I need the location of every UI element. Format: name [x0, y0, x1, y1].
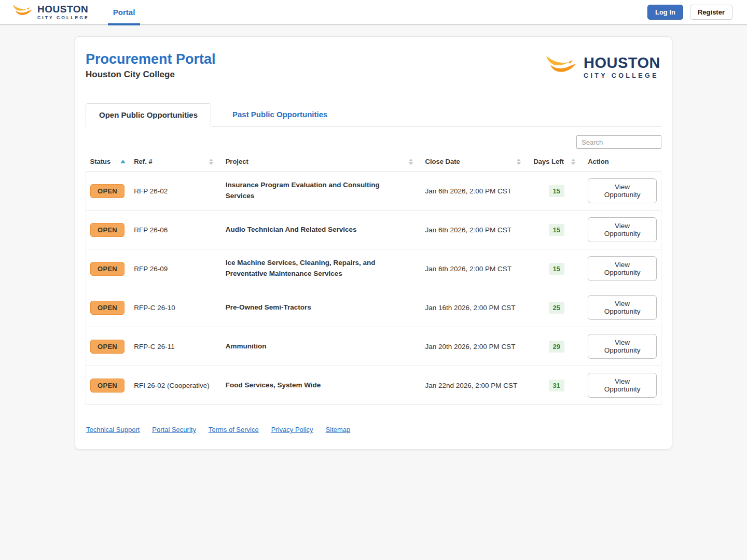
- ref-number: RFP 26-09: [130, 249, 221, 288]
- navbar-actions: Log In Register: [647, 5, 732, 20]
- column-header-days-left[interactable]: Days Left: [529, 153, 584, 172]
- status-badge: OPEN: [90, 184, 125, 198]
- ref-number: RFI 26-02 (Cooperative): [130, 366, 221, 405]
- link-technical-support[interactable]: Technical Support: [86, 426, 140, 433]
- table-header-row: Status Ref. # Project: [86, 153, 661, 172]
- brand-subname: CITY COLLEGE: [37, 16, 89, 20]
- brand-subname: CITY COLLEGE: [584, 73, 660, 79]
- close-date: Jan 22nd 2026, 2:00 PM CST: [421, 366, 530, 405]
- ref-number: RFP-C 26-10: [130, 288, 221, 327]
- table-row: OPEN RFP 26-02 Insurance Program Evaluat…: [86, 172, 661, 211]
- days-left-badge: 15: [549, 263, 564, 275]
- opportunities-table: Status Ref. # Project: [86, 153, 661, 405]
- brand-wordmark: HOUSTON CITY COLLEGE: [37, 4, 89, 20]
- close-date: Jan 6th 2026, 2:00 PM CST: [421, 172, 530, 211]
- page-subtitle: Houston City College: [86, 69, 216, 80]
- brand-name: HOUSTON: [37, 4, 89, 14]
- view-opportunity-button[interactable]: View Opportunity: [588, 373, 657, 398]
- nav-item-portal[interactable]: Portal: [108, 0, 141, 25]
- brand-wordmark: HOUSTON CITY COLLEGE: [584, 55, 660, 79]
- close-date: Jan 20th 2026, 2:00 PM CST: [421, 327, 530, 366]
- view-opportunity-button[interactable]: View Opportunity: [588, 256, 657, 281]
- procurement-portal-card: Procurement Portal Houston City College …: [75, 36, 672, 450]
- footer-links: Technical Support Portal Security Terms …: [86, 426, 661, 433]
- close-date: Jan 6th 2026, 2:00 PM CST: [421, 211, 530, 249]
- view-opportunity-button[interactable]: View Opportunity: [588, 217, 657, 242]
- table-row: OPEN RFI 26-02 (Cooperative) Food Servic…: [86, 366, 661, 405]
- column-header-status[interactable]: Status: [86, 153, 130, 172]
- project-name: Insurance Program Evaluation and Consult…: [222, 172, 421, 211]
- view-opportunity-button[interactable]: View Opportunity: [588, 295, 657, 320]
- search-row: [86, 135, 661, 149]
- login-button[interactable]: Log In: [647, 5, 683, 20]
- days-left-badge: 31: [549, 380, 564, 391]
- column-header-ref[interactable]: Ref. #: [130, 153, 221, 172]
- tab-open-public-opportunities[interactable]: Open Public Opportunities: [86, 103, 211, 127]
- tab-past-public-opportunities[interactable]: Past Public Opportunities: [219, 103, 340, 126]
- active-nav-indicator: [108, 23, 141, 25]
- days-left-badge: 25: [549, 302, 564, 314]
- card-header: Procurement Portal Houston City College …: [86, 45, 661, 80]
- close-date: Jan 6th 2026, 2:00 PM CST: [421, 249, 530, 288]
- column-label: Days Left: [533, 158, 564, 165]
- project-name: Audio Technician And Related Services: [222, 211, 421, 249]
- column-header-action: Action: [584, 153, 661, 172]
- eagle-icon: [546, 54, 578, 80]
- ref-number: RFP 26-06: [130, 211, 221, 249]
- link-portal-security[interactable]: Portal Security: [152, 426, 196, 433]
- page-title: Procurement Portal: [86, 51, 216, 67]
- navbar-brand[interactable]: HOUSTON CITY COLLEGE: [12, 4, 89, 21]
- table-row: OPEN RFP 26-09 Ice Machine Services, Cle…: [86, 249, 661, 288]
- brand-name: HOUSTON: [584, 55, 660, 71]
- link-sitemap[interactable]: Sitemap: [326, 426, 351, 433]
- status-badge: OPEN: [90, 223, 125, 237]
- sort-ascending-icon: [120, 160, 126, 163]
- table-row: OPEN RFP 26-06 Audio Technician And Rela…: [86, 211, 661, 249]
- table-row: OPEN RFP-C 26-10 Pre-Owned Semi-Tractors…: [86, 288, 661, 327]
- column-label: Action: [588, 158, 608, 165]
- sort-icon: [517, 159, 521, 165]
- sort-icon: [209, 159, 213, 165]
- table-row: OPEN RFP-C 26-11 Ammunition Jan 20th 202…: [86, 327, 661, 366]
- status-badge: OPEN: [90, 379, 125, 393]
- opportunity-tabs: Open Public Opportunities Past Public Op…: [86, 103, 661, 127]
- project-name: Food Services, System Wide: [222, 366, 421, 405]
- register-button[interactable]: Register: [690, 5, 732, 20]
- view-opportunity-button[interactable]: View Opportunity: [588, 178, 657, 203]
- project-name: Ammunition: [222, 327, 421, 366]
- nav-portal-label: Portal: [113, 8, 135, 17]
- days-left-badge: 29: [549, 341, 564, 353]
- status-badge: OPEN: [90, 262, 125, 276]
- status-badge: OPEN: [90, 340, 125, 354]
- column-label: Status: [90, 158, 111, 165]
- column-label: Ref. #: [134, 158, 152, 165]
- column-label: Close Date: [425, 158, 460, 165]
- link-privacy-policy[interactable]: Privacy Policy: [271, 426, 313, 433]
- search-input[interactable]: [576, 135, 661, 149]
- column-label: Project: [226, 158, 248, 165]
- status-badge: OPEN: [90, 301, 125, 315]
- column-header-close-date[interactable]: Close Date: [421, 153, 530, 172]
- top-navbar: HOUSTON CITY COLLEGE Portal Log In Regis…: [0, 0, 747, 25]
- project-name: Ice Machine Services, Cleaning, Repairs,…: [222, 249, 421, 288]
- days-left-badge: 15: [549, 185, 564, 197]
- column-header-project[interactable]: Project: [222, 153, 421, 172]
- close-date: Jan 16th 2026, 2:00 PM CST: [421, 288, 530, 327]
- days-left-badge: 15: [549, 224, 564, 236]
- view-opportunity-button[interactable]: View Opportunity: [588, 334, 657, 359]
- ref-number: RFP 26-02: [130, 172, 221, 211]
- sort-icon: [571, 159, 575, 165]
- eagle-icon: [12, 4, 33, 21]
- ref-number: RFP-C 26-11: [130, 327, 221, 366]
- card-heading: Procurement Portal Houston City College: [86, 45, 216, 80]
- opportunities-table-body: OPEN RFP 26-02 Insurance Program Evaluat…: [86, 172, 661, 405]
- project-name: Pre-Owned Semi-Tractors: [222, 288, 421, 327]
- card-brand-logo: HOUSTON CITY COLLEGE: [546, 54, 660, 80]
- link-terms-of-service[interactable]: Terms of Service: [209, 426, 259, 433]
- sort-icon: [409, 159, 413, 165]
